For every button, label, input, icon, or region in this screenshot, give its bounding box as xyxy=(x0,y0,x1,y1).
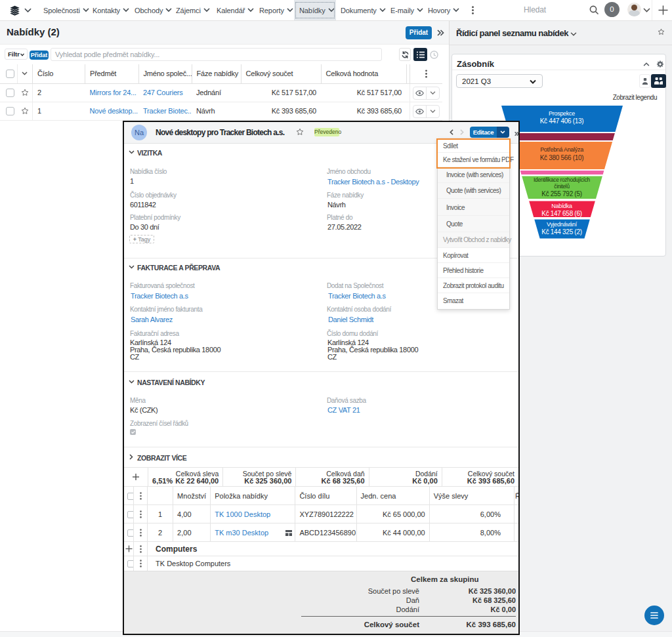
svg-text:činitelů: činitelů xyxy=(554,183,570,190)
svg-text:Nabídka: Nabídka xyxy=(551,203,572,209)
svg-text:Prospekce: Prospekce xyxy=(549,110,575,117)
svg-text:Kč 380 566 (10): Kč 380 566 (10) xyxy=(540,154,584,161)
svg-text:Kč 255 792 (5): Kč 255 792 (5) xyxy=(541,190,581,197)
svg-text:Kč 447 406 (13): Kč 447 406 (13) xyxy=(540,117,584,125)
svg-text:Identifikace rozhodujících: Identifikace rozhodujících xyxy=(534,176,591,183)
svg-text:Kč 147 658 (6): Kč 147 658 (6) xyxy=(541,210,581,217)
svg-text:Potřebná Analýza: Potřebná Analýza xyxy=(540,146,583,153)
svg-text:Kč 144 325 (2): Kč 144 325 (2) xyxy=(541,228,581,236)
svg-text:Vyjednávání: Vyjednávání xyxy=(547,221,578,228)
